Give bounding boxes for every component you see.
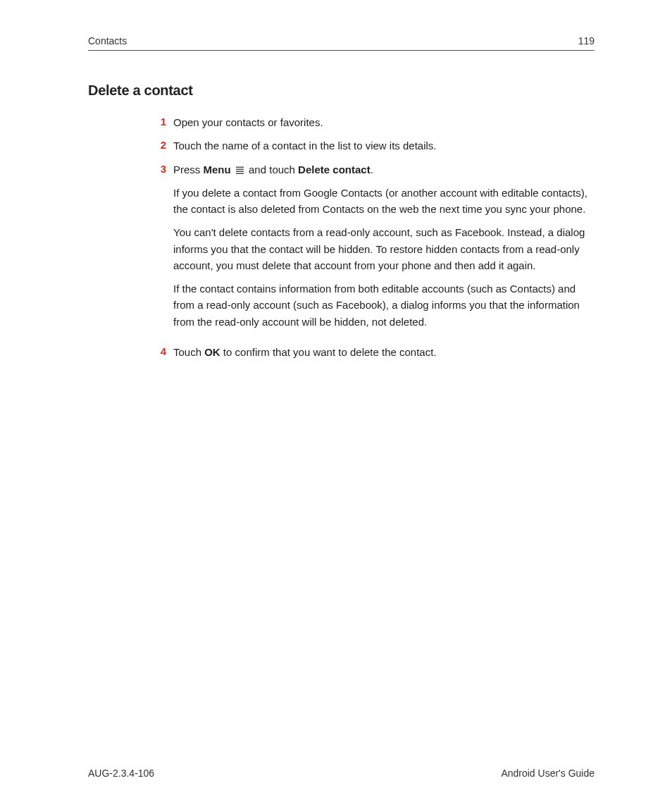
section-title: Delete a contact — [88, 82, 595, 99]
content-body: 1 Open your contacts or favorites. 2 Tou… — [88, 114, 595, 760]
step-paragraph: If you delete a contact from Google Cont… — [173, 185, 595, 218]
step-paragraph: If the contact contains information from… — [173, 281, 595, 330]
step-number: 1 — [155, 114, 173, 130]
footer-doc-id: AUG-2.3.4-106 — [88, 768, 154, 779]
step-4: 4 Touch OK to confirm that you want to d… — [155, 344, 595, 367]
step-number: 2 — [155, 137, 173, 154]
footer-doc-title: Android User's Guide — [501, 768, 595, 779]
step-paragraph: You can't delete contacts from a read-on… — [173, 224, 595, 273]
page-footer: AUG-2.3.4-106 Android User's Guide — [88, 760, 595, 779]
menu-label: Menu — [204, 164, 231, 175]
delete-contact-label: Delete contact — [298, 164, 371, 175]
step-number: 4 — [155, 344, 173, 360]
step-text: Press Menu and touch Delete contact. If … — [173, 161, 595, 337]
menu-icon — [235, 166, 244, 174]
ok-label: OK — [204, 346, 220, 358]
step-text: Touch OK to confirm that you want to del… — [173, 344, 595, 367]
step-instruction: Touch OK to confirm that you want to del… — [173, 344, 595, 360]
step-text: Open your contacts or favorites. — [173, 114, 595, 130]
header-section: Contacts — [88, 35, 127, 47]
header-page-number: 119 — [578, 35, 595, 47]
step-text: Touch the name of a contact in the list … — [173, 137, 595, 154]
step-1: 1 Open your contacts or favorites. — [155, 114, 595, 130]
step-2: 2 Touch the name of a contact in the lis… — [155, 137, 595, 154]
page-header: Contacts 119 — [88, 35, 595, 51]
doc-page: Contacts 119 Delete a contact 1 Open you… — [0, 0, 672, 807]
step-number: 3 — [155, 161, 173, 178]
step-3: 3 Press Menu and touch Delete contact. I… — [155, 161, 595, 337]
step-instruction: Press Menu and touch Delete contact. — [173, 161, 595, 178]
